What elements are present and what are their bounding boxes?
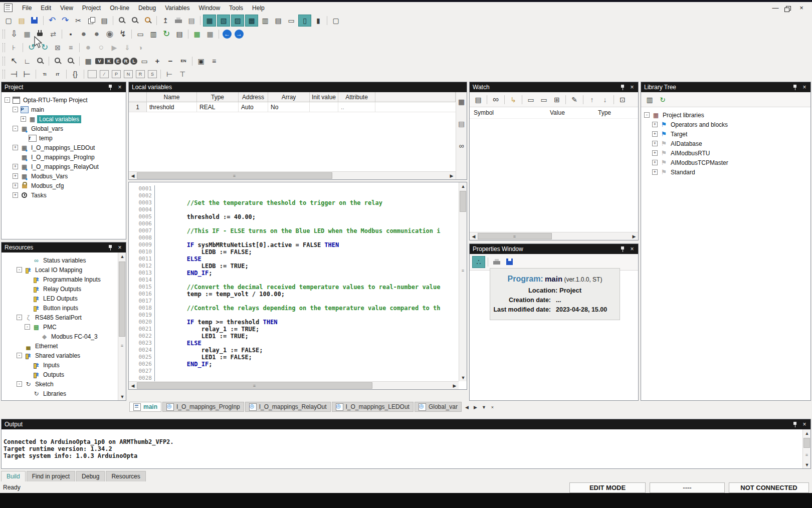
insert-coil-icon[interactable]: ⊣ xyxy=(8,69,20,80)
connection-tool-icon[interactable]: ∟ xyxy=(21,56,33,67)
column-header-array[interactable]: Array xyxy=(268,92,310,102)
close-icon[interactable]: × xyxy=(629,245,635,252)
sfc-toolbar-toggle-icon[interactable]: ▩ xyxy=(245,15,258,27)
ld-toolbar-toggle-icon[interactable]: ▨ xyxy=(231,15,244,27)
cell-type[interactable]: REAL xyxy=(197,102,239,112)
tree-item[interactable]: + ⚑ AIModbusTCPMaster xyxy=(644,158,809,167)
undo-icon[interactable]: ↶ xyxy=(46,15,58,26)
tree-item[interactable]: + ⚑ AIDatabase xyxy=(644,139,809,148)
scroll-right-icon[interactable]: ▶ xyxy=(451,382,459,389)
open-project-icon[interactable]: ▤ xyxy=(16,15,28,26)
close-button[interactable]: × xyxy=(795,4,808,12)
insert-comment-icon[interactable]: ▭ xyxy=(138,56,150,67)
contact-positive-icon[interactable]: P xyxy=(112,70,121,78)
code-line[interactable]: 0027 xyxy=(129,368,459,375)
code-line[interactable]: 0028 xyxy=(129,375,459,381)
step-icon[interactable]: ▶ xyxy=(108,42,120,53)
insert-parallel-icon[interactable]: {} xyxy=(69,69,81,80)
tab-close-icon[interactable]: × xyxy=(488,403,497,412)
insert-return-icon[interactable]: R xyxy=(122,58,129,65)
menu-item[interactable]: Window xyxy=(194,3,225,13)
find-next-icon[interactable] xyxy=(129,15,141,26)
cut-icon[interactable]: ✂ xyxy=(72,15,84,26)
editor-vscrollbar[interactable]: ▲ ≡ ▼ xyxy=(459,182,467,381)
insert-record-icon[interactable]: ↥ xyxy=(159,15,171,26)
watch-glasses-icon[interactable]: ∞ xyxy=(490,94,502,105)
tree-expander[interactable]: + xyxy=(13,173,18,179)
code-line[interactable]: 0001 //Set the temperature theshold to t… xyxy=(129,185,459,192)
library-refresh-icon[interactable]: ↻ xyxy=(657,94,669,105)
scrollbar-thumb[interactable] xyxy=(803,438,810,448)
tree-item[interactable]: + ⚑ Standard xyxy=(644,167,809,177)
tree-item[interactable]: ⇄ Relay Outputs xyxy=(9,284,125,294)
pin-icon[interactable] xyxy=(620,84,625,91)
code-line[interactable]: 0016 //Control the relays depending on t… xyxy=(129,291,459,298)
find-icon[interactable] xyxy=(116,15,128,26)
tree-item[interactable]: ⇄ Outputs xyxy=(9,370,125,379)
output-tab[interactable]: Resources xyxy=(106,471,145,481)
column-header-initvalue[interactable]: Init value xyxy=(310,92,338,102)
watch-column-symbol[interactable]: Symbol xyxy=(474,109,550,116)
tab-list-icon[interactable]: ▼ xyxy=(480,403,488,412)
pin-icon[interactable] xyxy=(792,421,797,428)
warm-restart-icon[interactable]: ● xyxy=(91,29,103,40)
cold-restart-icon[interactable]: ● xyxy=(78,29,90,40)
insert-constant-icon[interactable]: K xyxy=(105,58,113,64)
workspace-window-toggle-icon[interactable]: ▮ xyxy=(312,15,324,26)
watch-column-type[interactable]: Type xyxy=(598,109,611,116)
tree-item[interactable]: ⇄ Button inputs xyxy=(9,303,125,313)
project-toolbar-toggle-icon[interactable]: ▦ xyxy=(203,15,216,27)
output-tab[interactable]: Debug xyxy=(76,471,105,481)
scroll-up-icon[interactable]: ▲ xyxy=(803,429,810,437)
editor-tab[interactable]: main xyxy=(129,402,161,412)
watch-copy-icon[interactable]: ⊡ xyxy=(617,94,629,105)
pin-icon[interactable] xyxy=(620,245,625,252)
select-tool-icon[interactable]: ↖ xyxy=(8,56,20,67)
navigate-forward-icon[interactable]: → xyxy=(235,30,244,39)
close-icon[interactable]: × xyxy=(117,244,123,251)
output-tab[interactable]: Find in project xyxy=(27,471,75,481)
code-line[interactable]: 0023 LED1 := FALSE; xyxy=(129,340,459,347)
insert-variable-icon[interactable]: V xyxy=(95,58,104,64)
scroll-left-icon[interactable]: ◀ xyxy=(470,232,478,240)
tree-expander[interactable]: + xyxy=(13,164,18,169)
object-properties-icon[interactable]: ▣ xyxy=(195,56,207,67)
board-setup-icon[interactable]: ▦ xyxy=(21,29,33,40)
insert-branch-icon[interactable]: ⊢ xyxy=(163,69,175,80)
tree-expander[interactable]: + xyxy=(652,169,658,175)
watch-hscrollbar[interactable]: ◀ ≡ ▶ xyxy=(470,232,638,240)
tree-item[interactable]: ◆ Modbus FC-04_3 xyxy=(9,332,125,341)
redo-icon[interactable]: ↷ xyxy=(59,15,71,26)
contact-none-icon[interactable] xyxy=(88,70,97,78)
find-variable-icon[interactable]: ∞ xyxy=(456,140,468,151)
scrollbar-thumb[interactable]: ≡ xyxy=(137,172,332,179)
tree-item[interactable]: - ▩ PMC xyxy=(9,322,125,332)
menu-item[interactable]: Debug xyxy=(134,3,160,13)
st-code-editor[interactable]: 0001 //Set the temperature theshold to t… xyxy=(128,182,467,390)
tree-item[interactable]: r temp xyxy=(5,133,125,143)
pin-icon[interactable] xyxy=(792,84,797,91)
close-icon[interactable]: × xyxy=(801,84,807,91)
cell-attribute[interactable]: .. xyxy=(338,102,375,112)
insert-expression-icon[interactable]: E xyxy=(114,58,121,65)
code-line[interactable]: 0017 xyxy=(129,298,459,305)
remove-all-icon[interactable]: ⊠ xyxy=(52,42,64,53)
contact-negative-icon[interactable]: N xyxy=(124,70,133,78)
tab-scroll-right-icon[interactable]: ▶ xyxy=(471,403,480,412)
tree-expander[interactable]: + xyxy=(13,145,18,150)
tree-item[interactable]: + ▦ I_O_mappings_RelayOut xyxy=(5,162,125,171)
editor-tab[interactable]: I_O_mappings_LEDOut xyxy=(332,402,414,412)
trigger-list-icon[interactable]: ≡ xyxy=(65,42,77,53)
scroll-down-icon[interactable]: ▼ xyxy=(803,461,810,468)
column-header-address[interactable]: Address xyxy=(239,92,268,102)
contact-negated-icon[interactable]: ∕ xyxy=(100,70,109,78)
tree-expander[interactable]: + xyxy=(13,183,18,188)
pin-icon[interactable] xyxy=(108,84,113,91)
text-view-icon[interactable]: ▤ xyxy=(456,118,468,129)
download-code-icon[interactable]: ⇩ xyxy=(8,29,20,40)
scrollbar-thumb[interactable] xyxy=(119,262,125,337)
menu-item[interactable]: Variables xyxy=(160,3,194,13)
tree-expander[interactable]: - xyxy=(17,315,22,320)
watch-move-up-icon[interactable]: ↑ xyxy=(586,94,598,105)
code-line[interactable]: 0020 LED1 := TRUE; xyxy=(129,319,459,326)
